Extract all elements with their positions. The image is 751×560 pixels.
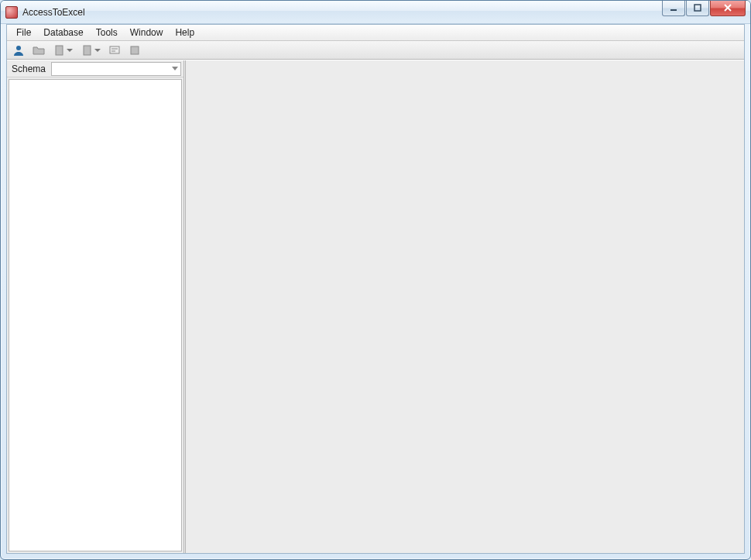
workspace: Schema: [7, 60, 744, 553]
person-icon: [12, 44, 25, 57]
menu-window[interactable]: Window: [124, 25, 170, 40]
toolbar-new-dropdown[interactable]: [50, 43, 75, 58]
schema-row: Schema: [7, 60, 183, 77]
toolbar: [7, 41, 744, 60]
svg-rect-0: [670, 9, 677, 11]
chevron-down-icon: [172, 67, 178, 70]
toolbar-open-button[interactable]: [30, 43, 47, 58]
minimize-icon: [670, 4, 678, 12]
svg-point-4: [16, 46, 21, 50]
object-tree[interactable]: [9, 79, 182, 551]
main-content-area: [186, 60, 744, 553]
window-controls: [661, 5, 746, 20]
title-bar[interactable]: AccessToExcel: [1, 1, 750, 24]
maximize-button[interactable]: [686, 1, 709, 16]
menu-tools[interactable]: Tools: [90, 25, 124, 40]
schema-label: Schema: [9, 64, 48, 74]
toolbar-stop-button[interactable]: [126, 43, 143, 58]
svg-rect-7: [110, 46, 119, 53]
minimize-button[interactable]: [662, 1, 685, 16]
svg-rect-5: [56, 46, 63, 55]
document-icon: [81, 44, 94, 57]
app-window: AccessToExcel File Database Tools Window: [0, 0, 751, 560]
folder-open-icon: [33, 44, 45, 57]
square-icon: [129, 44, 141, 57]
window-title: AccessToExcel: [22, 7, 85, 18]
close-icon: [723, 3, 732, 12]
sql-icon: [108, 44, 121, 57]
sidebar-panel: Schema: [7, 60, 186, 553]
toolbar-connect-button[interactable]: [10, 43, 27, 58]
maximize-icon: [694, 4, 702, 12]
app-icon: [5, 6, 18, 19]
close-button[interactable]: [710, 1, 746, 16]
menu-file[interactable]: File: [10, 25, 37, 40]
schema-combobox[interactable]: [51, 62, 181, 76]
svg-rect-1: [694, 5, 701, 11]
document-icon: [53, 44, 66, 57]
toolbar-query-button[interactable]: [106, 43, 123, 58]
svg-rect-6: [84, 46, 91, 55]
svg-rect-8: [131, 46, 139, 54]
menu-database[interactable]: Database: [37, 25, 89, 40]
menu-bar: File Database Tools Window Help: [7, 25, 744, 41]
client-area: File Database Tools Window Help: [6, 24, 745, 554]
menu-help[interactable]: Help: [169, 25, 201, 40]
toolbar-export-dropdown[interactable]: [78, 43, 103, 58]
